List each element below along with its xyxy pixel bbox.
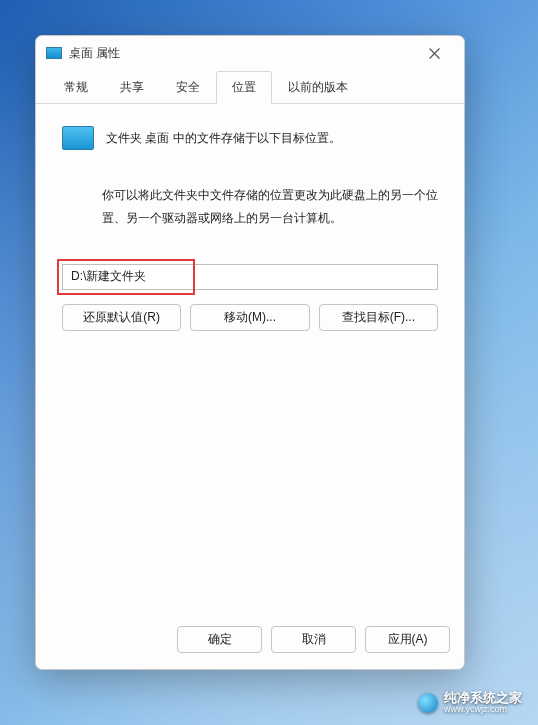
properties-dialog: 桌面 属性 常规 共享 安全 位置 以前的版本 文件夹 桌面 中的文件存储于以下… [35,35,465,670]
window-title: 桌面 属性 [69,45,412,62]
apply-button[interactable]: 应用(A) [365,626,450,653]
description-text: 你可以将此文件夹中文件存储的位置更改为此硬盘上的另一个位置、另一个驱动器或网络上… [102,184,438,230]
info-row: 文件夹 桌面 中的文件存储于以下目标位置。 [62,126,438,150]
watermark-text: 纯净系统之家 www.ycwjz.com [444,691,522,715]
tab-sharing[interactable]: 共享 [104,71,160,104]
path-field-wrap [62,264,438,290]
titlebar[interactable]: 桌面 属性 [36,36,464,70]
cancel-button[interactable]: 取消 [271,626,356,653]
tab-bar: 常规 共享 安全 位置 以前的版本 [36,70,464,104]
tab-previous-versions[interactable]: 以前的版本 [272,71,364,104]
tab-location[interactable]: 位置 [216,71,272,104]
close-icon [429,48,440,59]
folder-desktop-icon [62,126,94,150]
watermark-url: www.ycwjz.com [444,705,522,715]
ok-button[interactable]: 确定 [177,626,262,653]
tab-content: 文件夹 桌面 中的文件存储于以下目标位置。 你可以将此文件夹中文件存储的位置更改… [36,104,464,614]
move-button[interactable]: 移动(M)... [190,304,309,331]
watermark: 纯净系统之家 www.ycwjz.com [418,691,522,715]
restore-default-button[interactable]: 还原默认值(R) [62,304,181,331]
tab-general[interactable]: 常规 [48,71,104,104]
dialog-footer: 确定 取消 应用(A) [36,614,464,669]
info-text: 文件夹 桌面 中的文件存储于以下目标位置。 [106,130,341,147]
desktop-icon [46,47,62,59]
find-target-button[interactable]: 查找目标(F)... [319,304,438,331]
watermark-name: 纯净系统之家 [444,691,522,705]
close-button[interactable] [412,38,456,68]
path-input[interactable] [62,264,438,290]
watermark-logo-icon [418,693,438,713]
tab-security[interactable]: 安全 [160,71,216,104]
action-button-row: 还原默认值(R) 移动(M)... 查找目标(F)... [62,304,438,331]
